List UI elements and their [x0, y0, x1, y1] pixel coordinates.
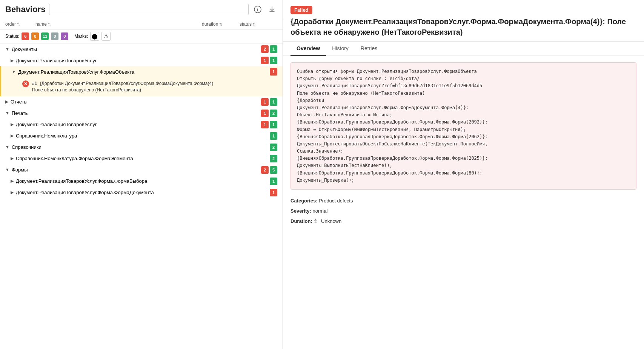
categories-label: Categories: [290, 198, 318, 204]
badge: 5 [270, 166, 277, 174]
duration-row: Duration: ⏱ Unknown [290, 216, 636, 226]
col-order[interactable]: order ⇅ [5, 22, 35, 27]
sort-name-icon: ⇅ [48, 22, 51, 26]
badge-gray: 0 [51, 32, 58, 40]
error-circle-icon: ✕ [22, 80, 29, 87]
test-title: {Доработки Документ.РеализацияТоваровУсл… [290, 16, 636, 37]
right-panel: Failed {Доработки Документ.РеализацияТов… [283, 0, 644, 349]
badge: 2 [261, 166, 269, 174]
tree-container: ▼ Документы 2 1 ▶ Документ.РеализацияТов… [0, 43, 283, 349]
download-button[interactable] [267, 4, 277, 15]
tree-item-отчеты[interactable]: ▶ Отчеты 1 1 [0, 96, 283, 108]
error-details-box: Ошибка открытия формы Документ.Реализаци… [290, 62, 636, 190]
badge: 1 [270, 68, 277, 76]
tree-item-форма-выбора[interactable]: ▶ Документ.РеализацияТоваровУслуг.Форма.… [0, 176, 283, 187]
toggle-icon: ▼ [5, 145, 9, 149]
left-panel: Behaviors i order ⇅ name ⇅ duration ⇅ [0, 0, 283, 349]
tree-item-печать-реализация[interactable]: ▶ Документ.РеализацияТоваровУслуг 1 1 [0, 119, 283, 130]
search-input[interactable] [49, 4, 249, 15]
col-duration[interactable]: duration ⇅ [202, 22, 240, 27]
error-item-1[interactable]: ✕ #1 {Доработки Документ.РеализацияТовар… [0, 77, 283, 96]
badge: 1 [270, 98, 277, 106]
col-name[interactable]: name ⇅ [35, 22, 202, 27]
toggle-icon: ▼ [12, 69, 16, 74]
status-bar: Status: 6 0 11 0 0 Marks: ⬤ ⚠ [0, 29, 283, 43]
right-header: Failed {Доработки Документ.РеализацияТов… [283, 0, 644, 42]
duration-label: Duration: [290, 218, 312, 224]
clock-icon: ⏱ [314, 219, 318, 224]
tree-item-реализация[interactable]: ▶ Документ.РеализацияТоваровУслуг 1 1 [0, 55, 283, 66]
toggle-icon: ▼ [5, 111, 9, 115]
tree-item-форма-элемента[interactable]: ▶ Справочник.Номенклатура.Форма.ФормаЭле… [0, 153, 283, 164]
badge: 1 [270, 178, 277, 185]
tree-item-печать[interactable]: ▼ Печать 1 2 [0, 108, 283, 119]
badge: 1 [270, 57, 277, 64]
toggle-icon: ▶ [11, 179, 14, 184]
tabs-bar: Overview History Retries [283, 42, 644, 56]
panel-title: Behaviors [5, 5, 45, 14]
toggle-icon: ▼ [5, 167, 9, 172]
tab-retries[interactable]: Retries [355, 42, 383, 56]
toggle-icon: ▶ [11, 133, 14, 138]
badge: 1 [270, 45, 277, 53]
badge: 2 [270, 155, 277, 162]
badge: 1 [261, 98, 269, 106]
badge: 1 [270, 189, 277, 196]
sort-status-icon: ⇅ [253, 22, 256, 26]
categories-value: Product defects [319, 198, 353, 204]
svg-text:i: i [257, 7, 258, 12]
toggle-icon: ▶ [11, 190, 14, 195]
col-status[interactable]: status ⇅ [240, 22, 277, 27]
toggle-icon: ▶ [5, 99, 8, 104]
meta-section: Categories: Product defects Severity: no… [290, 196, 636, 226]
badge-red: 6 [22, 32, 29, 40]
badge-purple: 0 [61, 32, 68, 40]
right-content: Ошибка открытия формы Документ.Реализаци… [283, 56, 644, 349]
badge: 1 [261, 110, 269, 117]
tree-item-документы[interactable]: ▼ Документы 2 1 [0, 43, 283, 55]
toggle-icon: ▼ [5, 47, 9, 51]
severity-label: Severity: [290, 208, 311, 214]
left-header: Behaviors i [0, 0, 283, 19]
status-label: Status: [5, 34, 19, 39]
badge: 2 [261, 45, 269, 53]
status-badge: Failed [290, 6, 312, 14]
tab-history[interactable]: History [326, 42, 355, 56]
sort-order-icon: ⇅ [17, 22, 20, 26]
badge: 1 [261, 121, 269, 128]
info-button[interactable]: i [252, 4, 263, 15]
table-header: order ⇅ name ⇅ duration ⇅ status ⇅ [0, 19, 283, 29]
sort-duration-icon: ⇅ [219, 22, 222, 26]
toggle-icon: ▶ [11, 58, 14, 63]
marks-label: Marks: [74, 34, 88, 39]
mark-warning-button[interactable]: ⚠ [101, 32, 111, 41]
badge-orange: 0 [31, 32, 39, 40]
tree-item-справочник-номенклатура[interactable]: ▶ Справочник.Номенклатура 1 [0, 130, 283, 142]
toggle-icon: ▶ [11, 156, 14, 161]
badge: 1 [270, 121, 277, 128]
tree-item-форма-объекта[interactable]: ▼ Документ.РеализацияТоваровУслуг.ФормаО… [0, 66, 283, 77]
badge-green: 11 [41, 32, 49, 40]
mark-black-button[interactable]: ⬤ [90, 32, 99, 41]
tab-overview[interactable]: Overview [290, 42, 326, 56]
tree-item-формы[interactable]: ▼ Формы 2 5 [0, 164, 283, 176]
severity-value: normal [313, 208, 328, 214]
categories-row: Categories: Product defects [290, 196, 636, 206]
duration-value: Unknown [321, 218, 341, 224]
toggle-icon: ▶ [11, 122, 14, 127]
badge: 1 [270, 132, 277, 140]
tree-item-форма-документа[interactable]: ▶ Документ.РеализацияТоваровУслуг.Форма.… [0, 187, 283, 198]
badge: 2 [270, 110, 277, 117]
badge: 1 [261, 57, 269, 64]
severity-row: Severity: normal [290, 206, 636, 216]
tree-item-справочники[interactable]: ▼ Справочники 2 [0, 142, 283, 153]
badge: 2 [270, 144, 277, 151]
